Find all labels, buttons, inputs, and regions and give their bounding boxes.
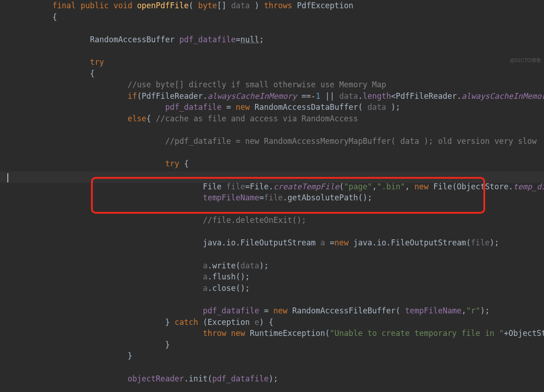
code-line[interactable] [15,362,544,373]
code-line[interactable]: try { [15,158,544,170]
code-editor[interactable]: final public void openPdfFile( byte[] da… [0,0,544,68]
code-line[interactable] [15,23,544,34]
code-line[interactable]: a.write(data); [15,260,544,272]
code-line[interactable]: a.close(); [15,283,544,294]
code-line[interactable] [15,45,544,57]
code-line[interactable]: java.io.FileOutputStream a =new java.io.… [15,237,544,249]
code-line[interactable] [15,249,544,260]
code-line[interactable] [15,204,544,215]
code-line[interactable]: throw new RuntimeException("Unable to cr… [15,328,544,339]
code-line[interactable]: } [15,339,544,351]
code-line[interactable]: objectReader.init(pdf_datafile); [15,373,544,385]
code-line[interactable]: //pdf_datafile = new RandomAccessMemoryM… [15,136,544,147]
code-line[interactable]: File file=File.createTempFile("page",".b… [15,181,544,193]
code-line[interactable]: pdf_datafile = new RandomAccessDataBuffe… [15,102,544,113]
code-line[interactable]: } catch (Exception e) { [15,317,544,328]
code-line[interactable]: a.flush(); [15,271,544,283]
code-line[interactable]: } [15,350,544,362]
code-line[interactable]: pdf_datafile = new RandomAccessFileBuffe… [15,305,544,317]
code-content[interactable]: final public void openPdfFile( byte[] da… [15,0,544,384]
code-line[interactable]: { [15,68,544,80]
code-line[interactable] [15,294,544,305]
code-line[interactable]: tempFileName=file.getAbsolutePath(); [15,192,544,204]
code-line[interactable] [15,147,544,159]
code-line[interactable] [15,125,544,136]
code-line[interactable]: RandomAccessBuffer pdf_datafile=null; [15,34,544,45]
code-line[interactable]: { [15,11,544,23]
code-line[interactable]: final public void openPdfFile( byte[] da… [15,0,544,11]
code-line[interactable]: //file.deleteOnExit(); [15,215,544,226]
text-caret [7,173,8,182]
code-line[interactable]: //use byte[] directly if small otherwise… [15,79,544,91]
code-line[interactable] [15,170,544,181]
code-line[interactable]: try [15,57,544,68]
watermark-text: @51CTO博客 [510,55,541,66]
code-line[interactable] [15,226,544,238]
code-line[interactable]: else{ //cache as file and access via Ran… [15,113,544,125]
code-line[interactable]: if(PdfFileReader.alwaysCacheInMemory ==-… [15,91,544,102]
